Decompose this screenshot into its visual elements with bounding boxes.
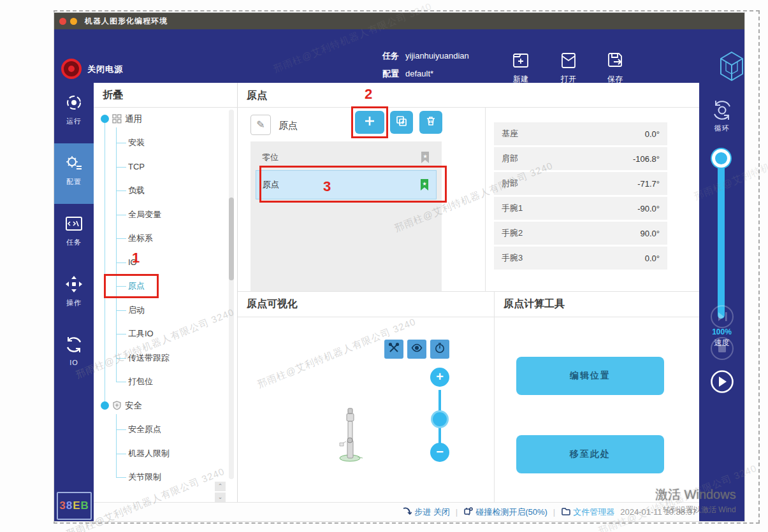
- window-title: 机器人图形化编程环境: [85, 16, 168, 27]
- nav-item-run[interactable]: 运行: [54, 83, 94, 143]
- task-icon: [64, 224, 83, 235]
- tree-item-传送带跟踪[interactable]: 传送带跟踪: [94, 346, 228, 370]
- tree-item-打包位[interactable]: 打包位: [94, 370, 228, 394]
- viz-visibility-button[interactable]: [407, 340, 426, 359]
- origin-item-label: 原点: [263, 179, 279, 191]
- edit-origin-name-button[interactable]: ✎: [250, 115, 271, 135]
- origin-name-label: 原点: [279, 120, 298, 132]
- separator: |: [456, 507, 458, 517]
- tree-scrollbar-track[interactable]: [229, 110, 234, 479]
- origin-list-item-零位[interactable]: 零位★: [256, 145, 437, 170]
- tree-item-安装[interactable]: 安装: [94, 131, 228, 155]
- bookmark-icon[interactable]: ★: [420, 151, 430, 164]
- viz-orientation-button[interactable]: [430, 340, 449, 359]
- bookmark-icon[interactable]: ★: [419, 178, 430, 191]
- scroll-up-icon[interactable]: ⌃: [215, 482, 226, 491]
- calc-tool-title: 原点计算工具: [504, 298, 565, 311]
- open-icon: [559, 61, 578, 72]
- joint-value: -106.8°: [633, 154, 660, 164]
- statusbar: 步进 关闭 | 碰撞检测开启(50%) | 文件管理器 2024-01-11 1…: [94, 502, 699, 521]
- delete-origin-button[interactable]: [419, 111, 442, 134]
- config-label: 配置: [382, 69, 399, 78]
- collision-icon: [463, 507, 473, 518]
- save-button[interactable]: 保存: [596, 51, 634, 85]
- tree-item-IO[interactable]: IO: [94, 250, 228, 275]
- config-value: default*: [405, 69, 433, 78]
- tree-group-通用[interactable]: 通用: [94, 107, 228, 131]
- annotation-number-2: 2: [365, 86, 372, 103]
- nav-item-task[interactable]: 任务: [54, 204, 94, 264]
- joint-label: 基座: [502, 128, 518, 140]
- step-icon: [402, 507, 412, 518]
- power-button[interactable]: [61, 59, 82, 79]
- joint-label: 手腕3: [502, 252, 523, 264]
- tree-item-TCP[interactable]: TCP: [94, 155, 228, 179]
- nav-item-config[interactable]: 配置: [54, 143, 94, 204]
- run-icon: [64, 103, 83, 114]
- joint-row-基座: 基座0.0°: [494, 122, 667, 145]
- move-here-button[interactable]: 移至此处: [516, 435, 664, 473]
- step-next-button[interactable]: [710, 305, 734, 329]
- tree-item-坐标系[interactable]: 坐标系: [94, 227, 228, 251]
- tree-item-label: 打包位: [94, 376, 153, 387]
- right-sidebar: 循环 100% 速度: [699, 83, 744, 521]
- add-origin-button[interactable]: [355, 111, 384, 134]
- scroll-down-icon[interactable]: ⌄: [215, 492, 226, 502]
- tree-rows: 通用安装TCP负载全局变量坐标系IO原点启动工具IO传送带跟踪打包位安全安全原点…: [94, 107, 228, 489]
- eye-icon: [411, 342, 423, 356]
- new-task-button[interactable]: 新建: [502, 51, 540, 85]
- tree-header[interactable]: 折叠: [103, 89, 123, 102]
- joint-label: 肩部: [502, 153, 518, 164]
- tree-scrollbar-thumb[interactable]: [229, 198, 234, 280]
- nav-item-io[interactable]: IO: [54, 325, 94, 385]
- brand-cube-logo: [717, 50, 744, 82]
- settings-icon: [64, 164, 83, 175]
- step-mode-toggle[interactable]: 步进 关闭: [402, 507, 450, 518]
- zoom-out-button[interactable]: −: [430, 443, 449, 462]
- window-close-button[interactable]: [59, 18, 66, 25]
- tree-item-label: 负载: [94, 185, 145, 196]
- tree-item-负载[interactable]: 负载: [94, 179, 228, 203]
- file-manager-button[interactable]: 文件管理器: [561, 507, 614, 518]
- collision-detect-toggle[interactable]: 碰撞检测开启(50%): [463, 507, 547, 518]
- tree-item-label: 全局变量: [94, 209, 161, 220]
- play-button[interactable]: [710, 370, 734, 394]
- loop-icon[interactable]: [710, 98, 734, 122]
- divider: [238, 291, 699, 292]
- separator: |: [553, 507, 555, 517]
- joint-value: -90.0°: [637, 204, 660, 213]
- tree-item-安全原点[interactable]: 安全原点: [94, 418, 228, 442]
- open-button[interactable]: 打开: [549, 51, 588, 85]
- copy-origin-button[interactable]: [390, 111, 413, 134]
- zoom-in-button[interactable]: +: [430, 368, 449, 387]
- file-manager-label: 文件管理器: [573, 507, 614, 518]
- speed-slider-track[interactable]: [718, 154, 725, 319]
- joint-table: 基座0.0°肩部-106.8°肘部-71.7°手腕1-90.0°手腕290.0°…: [494, 122, 667, 271]
- plus-icon: [364, 115, 375, 129]
- tree-item-启动[interactable]: 启动: [94, 298, 228, 322]
- visualization-title: 原点可视化: [247, 298, 298, 311]
- tree-item-label: 工具IO: [94, 328, 154, 340]
- nav-label-config: 配置: [54, 177, 94, 187]
- tree-item-原点[interactable]: 原点: [94, 275, 228, 299]
- edit-position-button[interactable]: 编辑位置: [516, 357, 664, 395]
- viz-tools-button[interactable]: [384, 340, 403, 359]
- speed-slider-knob[interactable]: [712, 149, 730, 168]
- robot-3d-view[interactable]: [332, 405, 368, 463]
- tree-item-机器人限制[interactable]: 机器人限制: [94, 442, 228, 466]
- origin-list-item-原点[interactable]: 原点★: [256, 170, 437, 199]
- svg-text:★: ★: [423, 154, 427, 159]
- divider: [494, 291, 495, 502]
- tree-item-工具IO[interactable]: 工具IO: [94, 322, 228, 347]
- tree-item-label: 关节限制: [94, 471, 161, 483]
- stop-button[interactable]: [710, 336, 734, 361]
- viz-zoom-knob[interactable]: [431, 410, 449, 428]
- tree-item-全局变量[interactable]: 全局变量: [94, 203, 228, 227]
- tree-group-安全[interactable]: 安全: [94, 394, 228, 418]
- tree-item-关节限制[interactable]: 关节限制: [94, 466, 228, 490]
- divider: [238, 317, 494, 317]
- nav-item-operate[interactable]: 操作: [54, 264, 94, 325]
- window-minimize-button[interactable]: [70, 18, 77, 25]
- collision-label: 碰撞检测开启(50%): [475, 507, 547, 518]
- task-row: 任务yijianhuiyuandian: [382, 50, 469, 62]
